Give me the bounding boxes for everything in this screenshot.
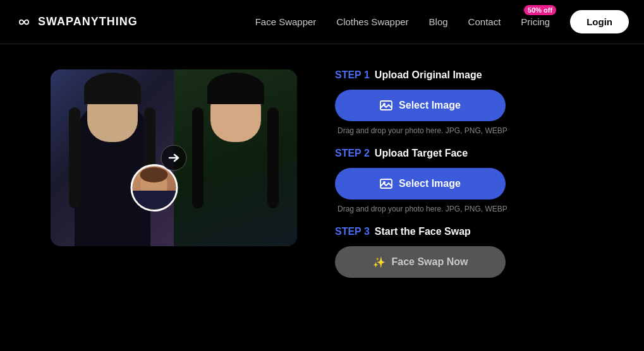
discount-badge: 50% off bbox=[524, 5, 556, 15]
image-icon-1 bbox=[380, 100, 392, 111]
svg-rect-1 bbox=[380, 101, 392, 110]
nav-face-swapper[interactable]: Face Swapper bbox=[255, 16, 317, 27]
demo-composite bbox=[51, 69, 297, 246]
step3-heading: STEP 3 Start the Face Swap bbox=[335, 226, 619, 237]
face-source-circle bbox=[130, 164, 178, 211]
nav-links: Face Swapper Clothes Swapper Blog Contac… bbox=[255, 16, 550, 27]
step3-label: STEP 3 bbox=[335, 226, 370, 237]
step1-section: STEP 1 Upload Original Image Select Imag… bbox=[335, 69, 619, 135]
step2-hint: Drag and drop your photo here. JPG, PNG,… bbox=[337, 205, 619, 213]
select-image-btn-1[interactable]: Select Image bbox=[335, 90, 506, 121]
demo-result bbox=[174, 69, 297, 246]
infinity-icon bbox=[15, 13, 33, 31]
nav-pricing[interactable]: Pricing bbox=[521, 16, 550, 27]
demo-original bbox=[51, 69, 174, 246]
swap-btn-icon: ✨ bbox=[373, 256, 386, 268]
step3-title: Start the Face Swap bbox=[375, 226, 471, 237]
step1-heading: STEP 1 Upload Original Image bbox=[335, 69, 619, 81]
pricing-wrapper: Pricing 50% off bbox=[521, 16, 550, 27]
right-panel: STEP 1 Upload Original Image Select Imag… bbox=[335, 69, 619, 290]
demo-image bbox=[51, 69, 297, 246]
nav-contact[interactable]: Contact bbox=[468, 16, 501, 27]
brand-name: SWAPANYTHING bbox=[38, 15, 138, 28]
step1-title: Upload Original Image bbox=[375, 69, 482, 81]
navbar: SWAPANYTHING Face Swapper Clothes Swappe… bbox=[0, 0, 644, 44]
face-swap-now-button[interactable]: ✨ Face Swap Now bbox=[335, 246, 506, 278]
braid-left-l bbox=[69, 107, 80, 208]
login-button[interactable]: Login bbox=[570, 10, 629, 33]
main-content: STEP 1 Upload Original Image Select Imag… bbox=[0, 44, 644, 303]
step2-title: Upload Target Face bbox=[375, 148, 468, 159]
hair-right bbox=[207, 73, 264, 104]
select-btn-2-label: Select Image bbox=[399, 178, 461, 189]
nav-clothes-swapper[interactable]: Clothes Swapper bbox=[336, 16, 408, 27]
braid-right-r bbox=[267, 107, 279, 208]
swap-arrow bbox=[161, 145, 187, 171]
logo-area[interactable]: SWAPANYTHING bbox=[15, 13, 138, 31]
select-btn-1-label: Select Image bbox=[399, 100, 461, 111]
step1-hint: Drag and drop your photo here. JPG, PNG,… bbox=[337, 126, 619, 135]
swap-btn-label: Face Swap Now bbox=[392, 256, 468, 268]
braid-left-r bbox=[192, 107, 204, 208]
step3-section: STEP 3 Start the Face Swap ✨ Face Swap N… bbox=[335, 226, 619, 278]
image-icon-2 bbox=[380, 178, 392, 189]
nav-blog[interactable]: Blog bbox=[429, 16, 448, 27]
step2-label: STEP 2 bbox=[335, 148, 370, 159]
step2-heading: STEP 2 Upload Target Face bbox=[335, 148, 619, 159]
step2-section: STEP 2 Upload Target Face Select Image D… bbox=[335, 148, 619, 213]
svg-rect-3 bbox=[380, 179, 392, 188]
step1-label: STEP 1 bbox=[335, 69, 370, 81]
select-image-btn-2[interactable]: Select Image bbox=[335, 168, 506, 199]
hair-left bbox=[84, 73, 141, 104]
